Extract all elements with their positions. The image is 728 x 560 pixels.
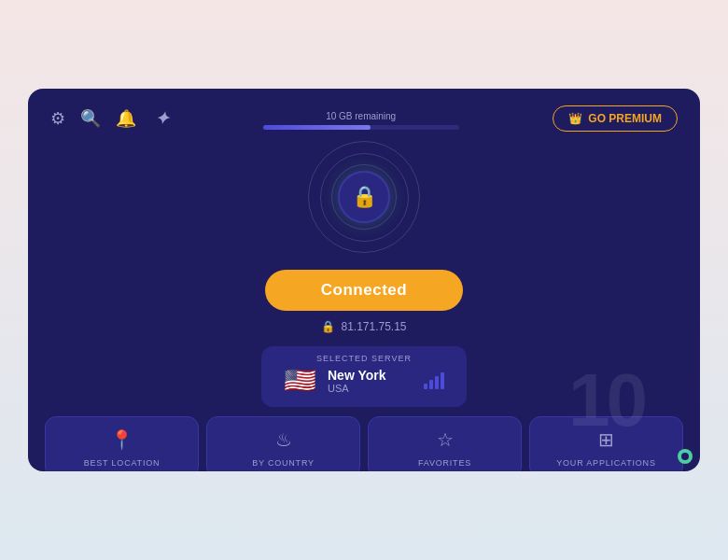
signal-bar-1 bbox=[424, 384, 427, 389]
signal-bar-3 bbox=[435, 376, 439, 389]
nav-best-location-label: BEST LOCATION bbox=[84, 458, 161, 468]
nav-by-country-label: BY COUNTRY bbox=[252, 458, 315, 468]
radar-container: 🔒 bbox=[308, 141, 420, 253]
header-icons: ⚙ 🔍 🔔 ✦ bbox=[50, 108, 169, 129]
signal-bars bbox=[424, 372, 444, 389]
progress-bar-container: 10 GB remaining bbox=[195, 111, 526, 130]
server-city: New York bbox=[328, 368, 413, 383]
progress-bar-track bbox=[263, 125, 459, 130]
watermark: 10 bbox=[568, 357, 644, 443]
green-dot-inner bbox=[681, 453, 689, 460]
lock-circle: 🔒 bbox=[338, 171, 390, 223]
bell-icon[interactable]: 🔔 bbox=[116, 108, 136, 129]
settings-icon[interactable]: ⚙ bbox=[50, 108, 65, 129]
app-window: ⚙ 🔍 🔔 ✦ 10 GB remaining 👑 GO PREMIUM 🔒 bbox=[28, 89, 700, 471]
green-dot bbox=[678, 449, 693, 464]
logo-icon: ✦ bbox=[155, 108, 169, 129]
nav-applications-label: YOUR APPLICATIONS bbox=[556, 458, 655, 468]
progress-bar-fill bbox=[263, 125, 371, 130]
premium-button-label: GO PREMIUM bbox=[588, 112, 662, 125]
progress-label: 10 GB remaining bbox=[326, 111, 396, 121]
ip-address: 81.171.75.15 bbox=[341, 320, 406, 333]
signal-bar-2 bbox=[429, 380, 433, 389]
ip-lock-icon: 🔒 bbox=[321, 320, 335, 333]
nav-favorites-label: FAVORITES bbox=[418, 458, 471, 468]
server-flag: 🇺🇸 bbox=[284, 365, 316, 396]
connected-button[interactable]: Connected bbox=[265, 270, 463, 311]
server-info: New York USA bbox=[328, 368, 413, 394]
server-country: USA bbox=[328, 383, 413, 394]
lock-icon: 🔒 bbox=[352, 185, 377, 209]
globe-icon: ♨ bbox=[275, 428, 292, 451]
header: ⚙ 🔍 🔔 ✦ 10 GB remaining 👑 GO PREMIUM bbox=[28, 89, 700, 141]
nav-by-country[interactable]: ♨ BY COUNTRY bbox=[206, 416, 360, 471]
signal-bar-4 bbox=[441, 372, 444, 389]
server-section-label: SELECTED SERVER bbox=[316, 354, 412, 363]
nav-best-location[interactable]: 📍 BEST LOCATION bbox=[45, 416, 199, 471]
crown-icon: 👑 bbox=[568, 112, 582, 125]
nav-favorites[interactable]: ☆ FAVORITES bbox=[368, 416, 522, 471]
search-icon[interactable]: 🔍 bbox=[80, 108, 101, 129]
star-icon: ☆ bbox=[437, 428, 454, 451]
server-card[interactable]: SELECTED SERVER 🇺🇸 New York USA bbox=[261, 346, 467, 407]
location-icon: 📍 bbox=[110, 428, 133, 451]
go-premium-button[interactable]: 👑 GO PREMIUM bbox=[553, 105, 678, 132]
ip-row: 🔒 81.171.75.15 bbox=[321, 320, 406, 333]
